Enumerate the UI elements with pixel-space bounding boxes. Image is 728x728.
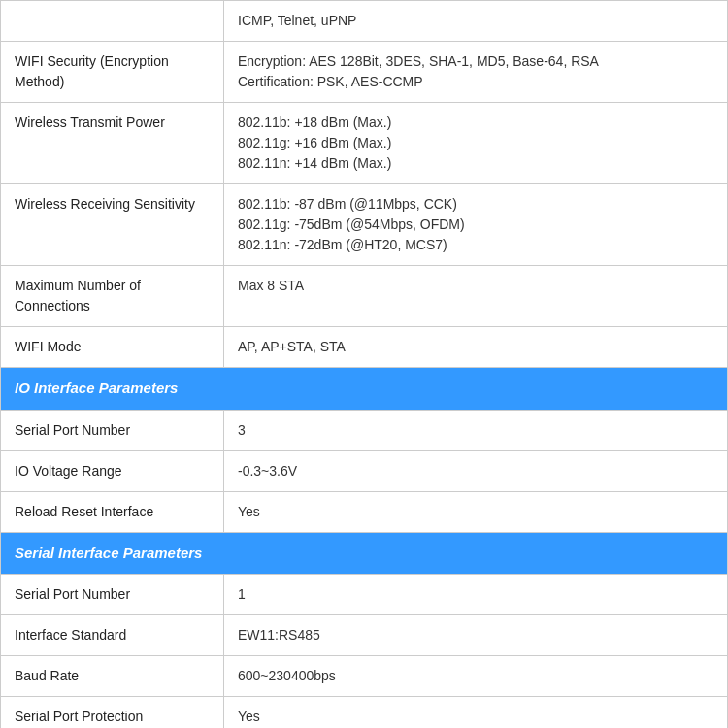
row-label: Serial Port Number [1, 410, 224, 450]
row-value: 3 [224, 410, 728, 450]
row-value: 802.11b: -87 dBm (@11Mbps, CCK)802.11g: … [224, 184, 728, 266]
row-value: AP, AP+STA, STA [224, 327, 728, 368]
row-label: Interface Standard [1, 615, 224, 656]
spec-table: ICMP, Telnet, uPNPWIFI Security (Encrypt… [0, 0, 728, 728]
row-label: Reload Reset Interface [1, 491, 224, 532]
table-row: Serial Port Number1 [1, 575, 728, 615]
row-value: Yes [224, 697, 728, 729]
row-label: WIFI Security (Encryption Method) [1, 42, 224, 103]
row-value: 1 [224, 575, 728, 615]
row-value: Yes [224, 491, 728, 532]
table-row: Serial Port Number3 [1, 410, 728, 450]
row-label [1, 1, 224, 42]
section-header-row: IO Interface Parameters [1, 368, 728, 411]
row-value: 600~230400bps [224, 656, 728, 697]
table-row: IO Voltage Range-0.3~3.6V [1, 450, 728, 491]
row-label: WIFI Mode [1, 327, 224, 368]
row-label: Serial Port Protection [1, 697, 224, 729]
table-row: WIFI ModeAP, AP+STA, STA [1, 327, 728, 368]
table-row: Interface StandardEW11:RS485 [1, 615, 728, 656]
table-row: Wireless Receiving Sensitivity802.11b: -… [1, 184, 728, 266]
row-value: 802.11b: +18 dBm (Max.)802.11g: +16 dBm … [224, 103, 728, 184]
table-row: WIFI Security (Encryption Method)Encrypt… [1, 42, 728, 103]
section-header-label: Serial Interface Parameters [1, 532, 728, 575]
row-value: -0.3~3.6V [224, 450, 728, 491]
row-label: Maximum Number of Connections [1, 266, 224, 327]
section-header-row: Serial Interface Parameters [1, 532, 728, 575]
row-value: ICMP, Telnet, uPNP [224, 1, 728, 42]
row-label: IO Voltage Range [1, 450, 224, 491]
row-label: Serial Port Number [1, 575, 224, 615]
row-label: Wireless Transmit Power [1, 103, 224, 184]
table-row: Baud Rate600~230400bps [1, 656, 728, 697]
table-row: Reload Reset InterfaceYes [1, 491, 728, 532]
row-label: Wireless Receiving Sensitivity [1, 184, 224, 266]
row-value: Max 8 STA [224, 266, 728, 327]
row-value: EW11:RS485 [224, 615, 728, 656]
table-row: Wireless Transmit Power802.11b: +18 dBm … [1, 103, 728, 184]
table-row: Maximum Number of ConnectionsMax 8 STA [1, 266, 728, 327]
section-header-label: IO Interface Parameters [1, 368, 728, 411]
row-value: Encryption: AES 128Bit, 3DES, SHA-1, MD5… [224, 42, 728, 103]
row-label: Baud Rate [1, 656, 224, 697]
table-row: Serial Port ProtectionYes [1, 697, 728, 729]
table-row: ICMP, Telnet, uPNP [1, 1, 728, 42]
